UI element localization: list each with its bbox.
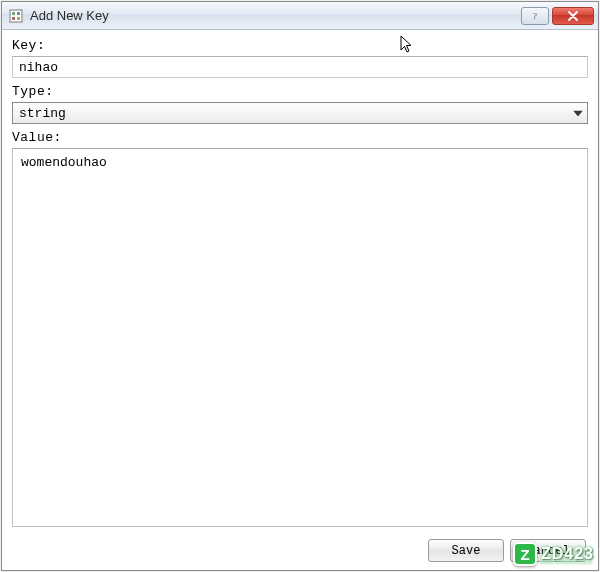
help-button[interactable]: ? (521, 7, 549, 25)
cancel-button[interactable]: Cancel (510, 539, 586, 562)
svg-rect-2 (17, 12, 20, 15)
app-icon (8, 8, 24, 24)
svg-rect-1 (12, 12, 15, 15)
dialog-button-row: Save Cancel (12, 535, 588, 570)
type-select-wrap (12, 102, 588, 124)
value-textarea[interactable] (12, 148, 588, 527)
dialog-content: Key: Type: Value: Save Cancel (2, 30, 598, 570)
window-title: Add New Key (30, 8, 521, 23)
svg-text:?: ? (533, 11, 537, 21)
window-controls: ? (521, 7, 594, 25)
dialog-window: Add New Key ? Key: Type: Value: Save (1, 1, 599, 571)
save-button[interactable]: Save (428, 539, 504, 562)
key-label: Key: (12, 38, 588, 53)
type-label: Type: (12, 84, 588, 99)
svg-rect-0 (10, 10, 22, 22)
svg-rect-3 (12, 17, 15, 20)
value-label: Value: (12, 130, 588, 145)
titlebar: Add New Key ? (2, 2, 598, 30)
key-input[interactable] (12, 56, 588, 78)
close-button[interactable] (552, 7, 594, 25)
type-select[interactable] (12, 102, 588, 124)
svg-rect-4 (17, 17, 20, 20)
